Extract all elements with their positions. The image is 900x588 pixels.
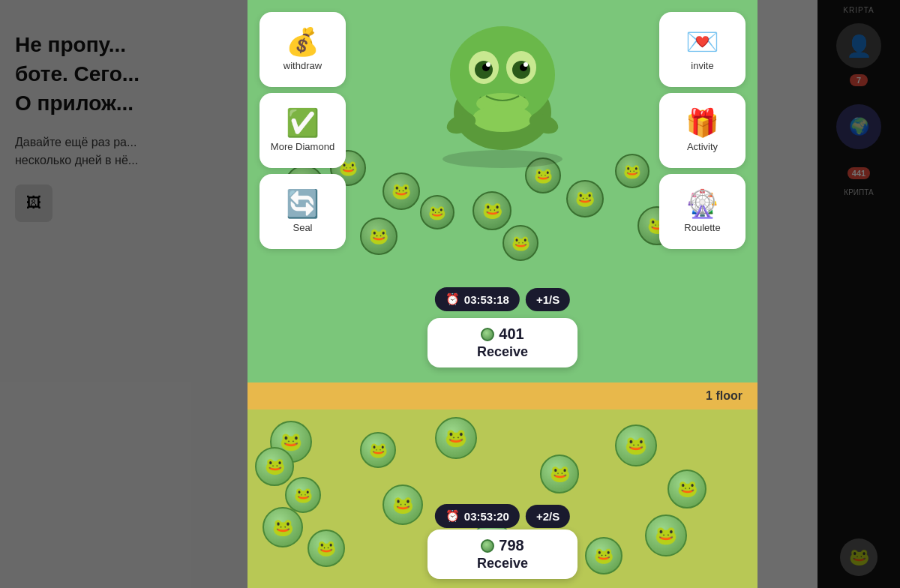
receive-area-1: 401 Receive — [428, 318, 578, 368]
frog-coin-2: 🐸 — [255, 447, 294, 486]
receive-count-value-1: 401 — [499, 326, 524, 343]
invite-icon: 💌 — [686, 28, 719, 56]
receive-button-2[interactable]: 798 Receive — [428, 530, 578, 579]
top-buttons: 💰 withdraw 💌 invite — [260, 12, 746, 87]
rate-pill-1: +1/S — [526, 288, 570, 311]
more-diamond-icon: ✅ — [286, 110, 320, 136]
rate-pill-2: +2/S — [526, 505, 570, 528]
floor-2: 🐸 🐸 🐸 🐸 🐸 🐸 🐸 🐸 🐸 🐸 🐸 🐸 🐸 🐸 ⏰ 03:53:20 +… — [248, 410, 758, 588]
timer-bar-1: ⏰ 03:53:18 +1/S — [435, 287, 570, 311]
timer-value-1: 03:53:18 — [464, 293, 509, 306]
receive-count-value-2: 798 — [499, 537, 524, 554]
timer-pill-2: ⏰ 03:53:20 — [435, 504, 520, 528]
roulette-label: Roulette — [684, 222, 720, 233]
more-diamond-button[interactable]: ✅ More Diamond — [260, 93, 346, 168]
frog-coin-2: 🐸 — [585, 537, 622, 574]
floor-divider-label: 1 floor — [706, 389, 742, 403]
floor-divider: 1 floor — [248, 382, 758, 410]
activity-label: Activity — [687, 141, 718, 152]
invite-label: invite — [691, 60, 713, 71]
activity-icon: 🎁 — [686, 110, 719, 136]
roulette-button[interactable]: 🎡 Roulette — [659, 174, 746, 249]
timer-pill-1: ⏰ 03:53:18 — [435, 287, 520, 311]
game-panel: 💰 withdraw 💌 invite ✅ More Diamond 🎁 Act… — [248, 0, 758, 588]
seal-icon: 🔄 — [286, 190, 320, 218]
withdraw-button[interactable]: 💰 withdraw — [260, 12, 346, 87]
receive-area-2: 798 Receive — [428, 530, 578, 579]
withdraw-icon: 💰 — [286, 28, 320, 56]
second-buttons-row: ✅ More Diamond 🎁 Activity — [260, 93, 746, 168]
frog-coin-2: 🐸 — [435, 417, 477, 459]
clock-icon-2: ⏰ — [446, 509, 460, 523]
receive-count-1: 401 — [442, 326, 562, 343]
frog-coin-2: 🐸 — [540, 454, 579, 494]
activity-button[interactable]: 🎁 Activity — [659, 93, 746, 168]
frog-coin-2: 🐸 — [668, 470, 706, 508]
frog-coin-2: 🐸 — [615, 424, 657, 466]
invite-button[interactable]: 💌 invite — [659, 12, 746, 87]
seal-button[interactable]: 🔄 Seal — [260, 174, 346, 249]
receive-label-2: Receive — [442, 556, 562, 572]
clock-icon-1: ⏰ — [446, 292, 460, 306]
frog-coin-2: 🐸 — [262, 507, 303, 548]
receive-count-2: 798 — [442, 537, 562, 554]
frog-coin-2: 🐸 — [382, 484, 423, 525]
seal-label: Seal — [292, 222, 312, 233]
roulette-icon: 🎡 — [686, 190, 719, 218]
coin-dot-2 — [481, 539, 494, 553]
coin-dot-1 — [481, 328, 494, 341]
receive-button-1[interactable]: 401 Receive — [428, 318, 578, 368]
withdraw-label: withdraw — [284, 60, 322, 71]
frog-coin-2: 🐸 — [360, 432, 396, 468]
timer-bar-2: ⏰ 03:53:20 +2/S — [435, 504, 570, 528]
floor-1: 💰 withdraw 💌 invite ✅ More Diamond 🎁 Act… — [248, 0, 758, 382]
frog-coin-2: 🐸 — [285, 477, 321, 513]
frog-coin-2: 🐸 — [308, 530, 345, 567]
timer-value-2: 03:53:20 — [464, 510, 509, 523]
frog-coin-2: 🐸 — [645, 514, 687, 556]
third-buttons-row: 🔄 Seal 🎡 Roulette — [260, 174, 746, 249]
more-diamond-label: More Diamond — [271, 141, 334, 152]
receive-label-1: Receive — [442, 344, 562, 360]
